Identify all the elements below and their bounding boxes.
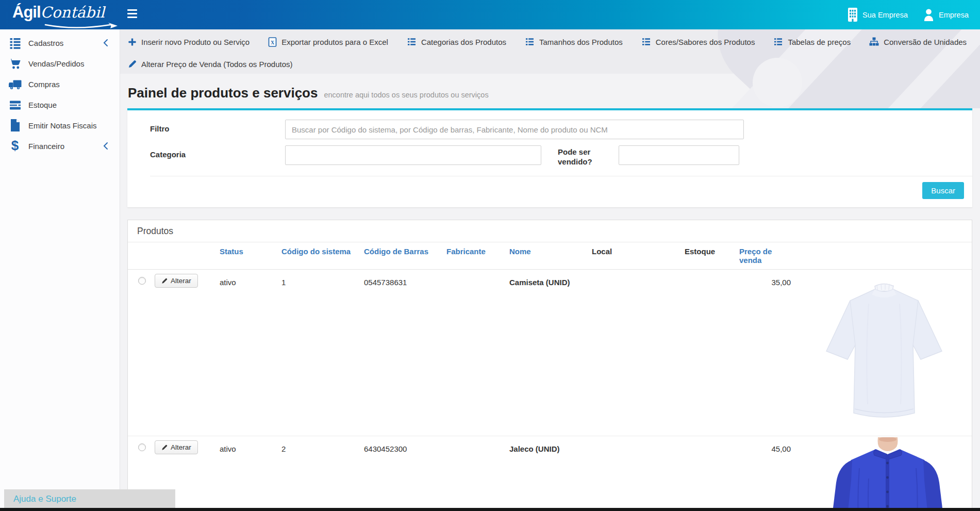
search-input[interactable] bbox=[285, 120, 744, 139]
truck-icon bbox=[7, 78, 23, 90]
app-logo[interactable]: ÁgilContábil bbox=[12, 3, 105, 22]
cell-nome: Jaleco (UNID) bbox=[504, 436, 587, 455]
insert-product-button[interactable]: Inserir novo Produto ou Serviço bbox=[128, 38, 250, 46]
cell-status: ativo bbox=[214, 436, 276, 455]
toolbar-label: Conversão de Unidades bbox=[884, 38, 967, 46]
categoria-input[interactable] bbox=[285, 145, 541, 165]
toolbar-row-2: Alterar Preço de Venda (Todos os Produto… bbox=[128, 54, 293, 74]
product-image-jaleco bbox=[796, 436, 972, 511]
products-table-header: Status Código do sistema Código de Barra… bbox=[128, 242, 972, 270]
dollar-icon: $ bbox=[7, 139, 23, 153]
unit-conversion-button[interactable]: Conversão de Unidades bbox=[869, 37, 967, 46]
toolbar-label: Tabelas de preços bbox=[788, 38, 851, 46]
price-tables-button[interactable]: Tabelas de preços bbox=[773, 37, 851, 46]
sidebar-item-label: Cadastros bbox=[28, 39, 63, 47]
alterar-label: Alterar bbox=[171, 277, 191, 285]
sidebar-item-estoque[interactable]: Estoque bbox=[0, 94, 120, 115]
select-product-radio[interactable] bbox=[138, 277, 146, 285]
pencil-icon bbox=[161, 278, 168, 284]
header-spacer bbox=[796, 242, 972, 252]
cell-codigo-sistema: 2 bbox=[276, 436, 359, 455]
cell-estoque bbox=[679, 436, 734, 447]
content-header: Inserir novo Produto ou Serviço X Export… bbox=[120, 29, 980, 108]
export-excel-button[interactable]: X Exportar produtos para o Excel bbox=[268, 37, 388, 47]
sidebar-item-label: Vendas/Pedidos bbox=[28, 59, 84, 68]
cell-fabricante bbox=[441, 270, 504, 280]
column-header-preco-venda[interactable]: Preço de venda bbox=[734, 242, 796, 269]
table-row-camiseta: Alterar ativo 1 0545738631 Camiseta (UNI… bbox=[128, 270, 972, 436]
excel-icon: X bbox=[268, 37, 277, 47]
logo-text-contabil: Contábil bbox=[41, 4, 105, 21]
company-menu[interactable]: Sua Empresa bbox=[848, 7, 908, 22]
sidebar: Cadastros Vendas/Pedidos Compras bbox=[0, 29, 120, 511]
cell-codigo-barras: 6430452300 bbox=[359, 436, 441, 455]
column-header-fabricante[interactable]: Fabricante bbox=[441, 242, 504, 260]
user-menu[interactable]: Empresa bbox=[923, 8, 969, 21]
logo-swoosh-arrow-icon bbox=[44, 22, 127, 31]
tag-watermark-hole bbox=[753, 58, 802, 107]
svg-text:$: $ bbox=[11, 139, 19, 153]
hamburger-icon[interactable] bbox=[127, 9, 139, 20]
sidebar-item-compras[interactable]: Compras bbox=[0, 74, 120, 94]
column-header-local: Local bbox=[587, 242, 679, 260]
sidebar-item-vendas-pedidos[interactable]: Vendas/Pedidos bbox=[0, 53, 120, 74]
list-icon bbox=[407, 37, 417, 46]
sitemap-icon bbox=[869, 37, 879, 46]
pencil-icon bbox=[161, 444, 168, 451]
cell-status: ativo bbox=[214, 270, 276, 289]
column-header-codigo-sistema[interactable]: Código do sistema bbox=[276, 242, 359, 260]
cell-estoque bbox=[679, 270, 734, 280]
alterar-button[interactable]: Alterar bbox=[155, 274, 198, 288]
change-sale-price-button[interactable]: Alterar Preço de Venda (Todos os Produto… bbox=[128, 60, 293, 69]
column-header-nome[interactable]: Nome bbox=[504, 242, 587, 260]
colors-flavors-button[interactable]: Cores/Sabores dos Produtos bbox=[641, 37, 755, 46]
pode-ser-vendido-label: Pode ser vendido? bbox=[558, 145, 613, 167]
sidebar-item-financeiro[interactable]: $ Financeiro bbox=[0, 136, 120, 156]
bottom-edge-bar bbox=[0, 508, 980, 511]
filter-panel: Filtro Categoria Pode ser vendido? Busca… bbox=[127, 108, 972, 207]
categoria-label: Categoria bbox=[150, 145, 285, 159]
chevron-left-icon bbox=[103, 39, 108, 49]
toolbar-label: Tamanhos dos Produtos bbox=[539, 38, 623, 46]
sizes-button[interactable]: Tamanhos dos Produtos bbox=[525, 37, 623, 46]
sidebar-item-label: Financeiro bbox=[28, 142, 64, 151]
help-support-link[interactable]: Ajuda e Suporte bbox=[4, 489, 175, 508]
list-icon bbox=[773, 37, 783, 46]
sidebar-item-emitir-notas-fiscais[interactable]: Emitir Notas Fiscais bbox=[0, 115, 120, 136]
sidebar-item-label: Emitir Notas Fiscais bbox=[28, 121, 97, 130]
column-header-status[interactable]: Status bbox=[214, 242, 276, 260]
buscar-button[interactable]: Buscar bbox=[922, 182, 964, 199]
header-spacer bbox=[128, 242, 153, 252]
file-icon bbox=[7, 119, 23, 132]
header-spacer bbox=[153, 242, 214, 252]
toolbar-label: Exportar produtos para o Excel bbox=[281, 38, 388, 46]
page-title: Painel de produtos e serviços bbox=[128, 85, 318, 101]
company-menu-label: Sua Empresa bbox=[862, 11, 908, 19]
plus-icon bbox=[128, 38, 137, 46]
column-header-estoque: Estoque bbox=[679, 242, 734, 260]
chevron-left-icon bbox=[103, 142, 108, 152]
toolbar-label: Inserir novo Produto ou Serviço bbox=[141, 38, 250, 46]
table-row-jaleco: Alterar ativo 2 6430452300 Jaleco (UNID)… bbox=[128, 436, 972, 511]
list-icon bbox=[7, 37, 23, 49]
cell-local bbox=[587, 436, 679, 447]
column-header-codigo-barras[interactable]: Código de Barras bbox=[359, 242, 441, 260]
pencil-icon bbox=[128, 60, 137, 69]
select-product-radio[interactable] bbox=[138, 443, 146, 451]
categories-button[interactable]: Categorias dos Produtos bbox=[407, 37, 506, 46]
sidebar-item-label: Estoque bbox=[28, 101, 57, 109]
cell-codigo-sistema: 1 bbox=[276, 270, 359, 289]
main-content: Inserir novo Produto ou Serviço X Export… bbox=[120, 29, 980, 511]
toolbar-label: Categorias dos Produtos bbox=[421, 38, 506, 46]
cell-preco: 45,00 bbox=[734, 436, 796, 455]
cell-local bbox=[587, 270, 679, 280]
sidebar-item-cadastros[interactable]: Cadastros bbox=[0, 32, 120, 53]
alterar-button[interactable]: Alterar bbox=[155, 440, 198, 454]
toolbar-label: Cores/Sabores dos Produtos bbox=[656, 38, 755, 46]
cell-fabricante bbox=[441, 436, 504, 447]
cell-codigo-barras: 0545738631 bbox=[359, 270, 441, 289]
products-panel-title: Produtos bbox=[128, 220, 972, 242]
alterar-label: Alterar bbox=[171, 443, 191, 451]
pode-ser-vendido-input[interactable] bbox=[619, 145, 739, 165]
list-icon bbox=[641, 37, 651, 46]
